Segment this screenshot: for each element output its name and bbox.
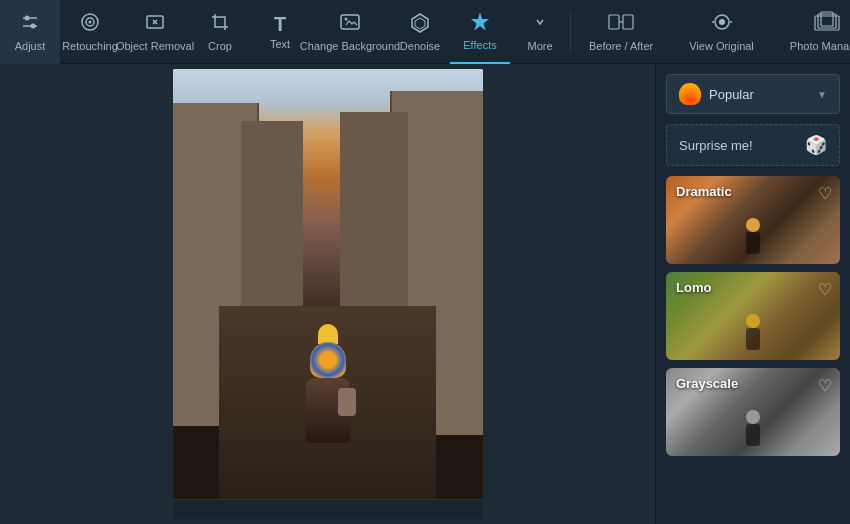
chevron-down-icon: ▼ xyxy=(817,89,827,100)
svg-point-19 xyxy=(719,19,725,25)
svg-marker-13 xyxy=(415,18,425,29)
adjust-label: Adjust xyxy=(15,40,46,52)
dramatic-body xyxy=(746,232,760,254)
svg-rect-15 xyxy=(609,15,619,29)
effects-label: Effects xyxy=(463,39,496,51)
retouching-icon xyxy=(79,11,101,36)
flame-icon xyxy=(679,83,701,105)
svg-rect-16 xyxy=(623,15,633,29)
effect-card-grayscale[interactable]: Grayscale ♡ xyxy=(666,368,840,456)
toolbar-item-text[interactable]: T Text xyxy=(250,0,310,64)
svg-marker-14 xyxy=(471,12,489,31)
denoise-icon xyxy=(409,11,431,36)
dramatic-favorite-button[interactable]: ♡ xyxy=(818,184,832,203)
surprise-me-button[interactable]: Surprise me! 🎲 xyxy=(666,124,840,166)
crop-icon xyxy=(209,11,231,36)
crop-label: Crop xyxy=(208,40,232,52)
toolbar: Adjust Retouching Object Removal xyxy=(0,0,850,64)
denoise-label: Denoise xyxy=(400,40,440,52)
toolbar-item-crop[interactable]: Crop xyxy=(190,0,250,64)
dramatic-person xyxy=(743,218,763,254)
hat xyxy=(310,342,346,378)
toolbar-item-more[interactable]: More xyxy=(510,0,570,64)
surprise-me-label: Surprise me! xyxy=(679,138,753,153)
lomo-person xyxy=(743,314,763,350)
photo-main xyxy=(173,69,483,499)
main-content: Popular ▼ Surprise me! 🎲 Dramatic ♡ xyxy=(0,64,850,524)
grayscale-label: Grayscale xyxy=(676,376,738,391)
right-panel: Popular ▼ Surprise me! 🎲 Dramatic ♡ xyxy=(655,64,850,524)
adjust-icon xyxy=(19,11,41,36)
photo-strip xyxy=(173,499,483,519)
toolbar-right: Before / After View Original New xyxy=(571,0,850,64)
lomo-label: Lomo xyxy=(676,280,711,295)
hat-top xyxy=(318,324,338,344)
object-removal-label: Object Removal xyxy=(116,40,194,52)
toolbar-item-denoise[interactable]: Denoise xyxy=(390,0,450,64)
svg-point-1 xyxy=(25,16,30,21)
lomo-body xyxy=(746,328,760,350)
dropdown-label: Popular xyxy=(709,87,809,102)
backpack xyxy=(338,388,356,416)
before-after-icon xyxy=(608,11,634,36)
toolbar-item-adjust[interactable]: Adjust xyxy=(0,0,60,64)
effects-dropdown: Popular ▼ xyxy=(666,74,840,114)
dice-icon: 🎲 xyxy=(805,134,827,156)
retouching-label: Retouching xyxy=(62,40,118,52)
canvas-area xyxy=(0,64,655,524)
photo-manager-icon xyxy=(814,11,840,36)
toolbar-item-before-after[interactable]: Before / After xyxy=(571,0,671,64)
text-label: Text xyxy=(270,38,290,50)
lomo-hat xyxy=(746,314,760,328)
view-original-icon xyxy=(711,11,733,36)
category-dropdown-btn[interactable]: Popular ▼ xyxy=(666,74,840,114)
text-icon: T xyxy=(274,14,286,34)
change-background-icon xyxy=(339,11,361,36)
grayscale-person xyxy=(743,410,763,446)
toolbar-item-retouching[interactable]: Retouching xyxy=(60,0,120,64)
photo-container xyxy=(173,69,483,519)
dramatic-hat xyxy=(746,218,760,232)
lomo-favorite-button[interactable]: ♡ xyxy=(818,280,832,299)
toolbar-item-view-original[interactable]: View Original xyxy=(671,0,772,64)
toolbar-item-object-removal[interactable]: Object Removal xyxy=(120,0,190,64)
before-after-label: Before / After xyxy=(589,40,653,52)
effects-icon xyxy=(469,10,491,35)
grayscale-body xyxy=(746,424,760,446)
grayscale-hat xyxy=(746,410,760,424)
dramatic-label: Dramatic xyxy=(676,184,732,199)
effect-card-dramatic[interactable]: Dramatic ♡ xyxy=(666,176,840,264)
toolbar-item-change-background[interactable]: Change Background xyxy=(310,0,390,64)
more-label: More xyxy=(527,40,552,52)
person xyxy=(298,322,358,422)
view-original-label: View Original xyxy=(689,40,754,52)
person-body xyxy=(306,378,350,443)
grayscale-favorite-button[interactable]: ♡ xyxy=(818,376,832,395)
toolbar-item-effects[interactable]: Effects xyxy=(450,0,510,64)
effect-card-lomo[interactable]: Lomo ♡ xyxy=(666,272,840,360)
svg-point-6 xyxy=(89,21,92,24)
more-icon xyxy=(529,11,551,36)
svg-point-11 xyxy=(345,18,348,21)
object-removal-icon xyxy=(144,11,166,36)
effects-list: Dramatic ♡ Lomo ♡ xyxy=(656,176,850,524)
street-scene xyxy=(173,69,483,499)
photo-manager-label: Photo Manager xyxy=(790,40,850,52)
toolbar-item-photo-manager[interactable]: New Photo Manager xyxy=(772,0,850,64)
change-background-label: Change Background xyxy=(300,40,400,52)
svg-point-3 xyxy=(31,24,36,29)
